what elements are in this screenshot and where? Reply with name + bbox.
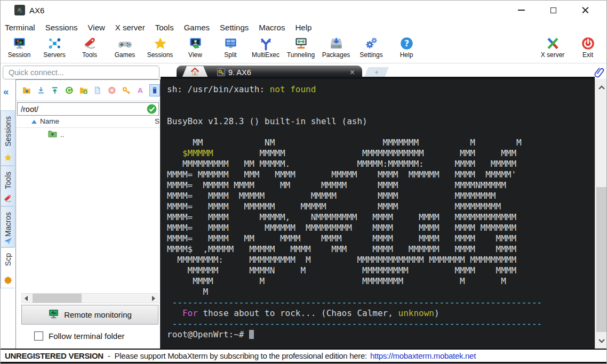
toolbar-settings-button[interactable]: Settings — [354, 36, 389, 63]
menu-item-view[interactable]: View — [88, 23, 105, 32]
column-name[interactable]: Name — [40, 117, 59, 125]
tab-close-icon[interactable]: × — [350, 68, 355, 77]
toolbar-view-button[interactable]: View — [178, 36, 213, 63]
status-bar: UNREGISTERED VERSION - Please support Mo… — [1, 349, 606, 363]
file-toolbar-key-icon[interactable] — [121, 84, 132, 96]
toolbar-x-server-button[interactable]: X server — [535, 36, 570, 63]
collapse-sidebar-icon[interactable]: « — [3, 86, 9, 98]
file-row-parent-dir[interactable]: .. — [16, 128, 160, 139]
remote-path-input[interactable] — [17, 102, 159, 116]
terminal-line: MMMM= MMMM MMMMM, NMMMMMMMM MMMM MMMM MM… — [167, 212, 595, 223]
menu-item-x-server[interactable]: X server — [115, 23, 145, 32]
toolbar-packages-button[interactable]: Packages — [318, 36, 354, 63]
sidebar-tab-macros[interactable]: Macros — [1, 206, 15, 247]
new-tab-button[interactable]: + — [364, 67, 389, 77]
file-toolbar-delete-icon[interactable] — [107, 84, 117, 96]
toolbar-session-button[interactable]: Session — [2, 36, 37, 63]
terminal-line — [167, 95, 595, 106]
toolbar-games-button[interactable]: Games — [107, 36, 142, 63]
settings-icon — [364, 36, 379, 51]
remote-monitoring-button[interactable]: Remote monitoring — [21, 305, 158, 325]
menu-item-macros[interactable]: Macros — [259, 23, 285, 32]
paperclip-icon[interactable] — [594, 67, 605, 78]
sidebar-tab-tools[interactable]: Tools — [1, 166, 15, 206]
tab-label: 9. AX6 — [228, 68, 251, 77]
toolbar-label: View — [188, 51, 202, 59]
terminal-line: $MMMMM MMMMM MMMMMMMMMMMM MMM MMM — [167, 148, 595, 159]
menu-item-tools[interactable]: Tools — [155, 23, 174, 32]
key-tab-icon — [217, 68, 225, 76]
toolbar-servers-button[interactable]: Servers — [37, 36, 72, 63]
left-sidebar: « SessionsToolsMacrosScp A Name S .. Rem… — [1, 79, 161, 350]
main-toolbar: SessionServersToolsGamesSessionsViewSpli… — [1, 35, 606, 63]
file-toolbar-new-folder-icon[interactable] — [78, 84, 89, 96]
terminal-line: MMMMMMMM: MMMMMMMMM M MMMMMMMMMMMMM MMMM… — [167, 255, 595, 265]
menu-item-games[interactable]: Games — [184, 23, 210, 32]
menu-item-help[interactable]: Help — [295, 23, 312, 32]
sidebar-tab-label: Sessions — [4, 116, 12, 147]
maximize-button[interactable] — [537, 1, 569, 20]
help-icon: ? — [400, 36, 414, 51]
terminal-line: MMMM= MMMMMM MMM MMMM MMMMM MMMM MMMMMM … — [167, 169, 595, 180]
terminal-scrollbar-thumb[interactable] — [596, 187, 606, 332]
terminal[interactable]: sh: /usr/bin/xauth: not foundBusyBox v1.… — [161, 79, 595, 350]
column-size[interactable]: S — [155, 117, 159, 125]
tunneling-icon — [294, 36, 308, 51]
toolbar-multiexec-button[interactable]: MultiExec — [248, 36, 283, 63]
scroll-left-icon[interactable] — [25, 296, 28, 301]
toolbar-label: Help — [400, 51, 413, 59]
toolbar-label: Split — [224, 51, 236, 59]
menu-item-sessions[interactable]: Sessions — [45, 23, 78, 32]
terminal-tab-bar: 9. AX6 × + — [161, 66, 595, 79]
file-toolbar-font-icon[interactable]: A — [135, 84, 146, 96]
quick-connect-input[interactable] — [3, 66, 159, 79]
toolbar-tunneling-button[interactable]: Tunneling — [283, 36, 318, 63]
close-button[interactable] — [569, 1, 601, 20]
sidebar-tab-label: Tools — [4, 172, 12, 189]
file-toolbar-download-icon[interactable] — [36, 84, 46, 96]
file-toolbar-upload-icon[interactable] — [50, 84, 60, 96]
terminal-cursor — [249, 330, 254, 339]
file-toolbar-tracking-icon[interactable] — [149, 84, 160, 96]
minimize-button[interactable] — [505, 1, 537, 20]
terminal-line: MMMM= MMMM MMMMMM MMMMMMMMM MMMM MMMM MM… — [167, 223, 595, 233]
status-separator: - — [108, 351, 110, 360]
toolbar-label: Sessions — [147, 51, 173, 59]
mobatek-link[interactable]: https://mobaxterm.mobatek.net — [370, 351, 476, 360]
terminal-line: MMMMMMMMM MM MMMMM. MMMMM:MMMMMM: MMMM M… — [167, 159, 595, 169]
terminal-scrollbar[interactable] — [595, 79, 607, 350]
toolbar-split-button[interactable]: Split — [213, 36, 248, 63]
file-toolbar-refresh-icon[interactable] — [64, 84, 75, 96]
sessions-star-icon — [153, 36, 167, 51]
scrollbar-thumb[interactable] — [33, 294, 82, 303]
mobaxterm-window: { "window": { "title": "AX6" }, "menu": … — [0, 0, 607, 364]
terminal-line: ----------------------------------------… — [167, 297, 595, 308]
follow-terminal-folder-checkbox[interactable] — [34, 331, 43, 341]
toolbar-help-button[interactable]: ?Help — [389, 36, 424, 63]
terminal-line: MMMM= MMMM MMMMM MMMMM MMMM MMMMMMMM — [167, 191, 595, 201]
scroll-down-icon[interactable] — [597, 336, 606, 345]
follow-terminal-folder-row: Follow terminal folder — [34, 331, 125, 341]
games-icon — [118, 36, 132, 51]
monitor-pulse-icon — [48, 309, 59, 321]
toolbar-exit-button[interactable]: Exit — [570, 36, 605, 63]
scroll-right-icon[interactable] — [152, 296, 155, 301]
scroll-up-icon[interactable] — [597, 83, 606, 93]
sidebar-tab-sessions[interactable]: Sessions — [1, 110, 15, 166]
menu-item-terminal[interactable]: Terminal — [5, 23, 35, 32]
sidebar-tab-scp[interactable]: Scp — [1, 247, 15, 288]
star-icon — [4, 153, 12, 162]
follow-terminal-folder-label: Follow terminal folder — [49, 331, 125, 341]
file-toolbar-folder-up-icon[interactable] — [21, 84, 32, 96]
toolbar-tools-button[interactable]: Tools — [72, 36, 107, 63]
menu-bar: TerminalSessionsViewX serverToolsGamesSe… — [1, 20, 606, 35]
file-list-header[interactable]: Name S — [16, 116, 160, 128]
terminal-line — [167, 127, 595, 137]
file-toolbar-new-file-icon[interactable] — [92, 84, 103, 96]
sidebar-tab-strip: « SessionsToolsMacrosScp — [1, 79, 15, 350]
window-title: AX6 — [29, 6, 44, 15]
status-message: Please support MobaXterm by subscribing … — [115, 351, 367, 360]
toolbar-sessions-button[interactable]: Sessions — [142, 36, 178, 63]
menu-item-settings[interactable]: Settings — [220, 23, 249, 32]
horizontal-scrollbar[interactable] — [21, 293, 158, 303]
